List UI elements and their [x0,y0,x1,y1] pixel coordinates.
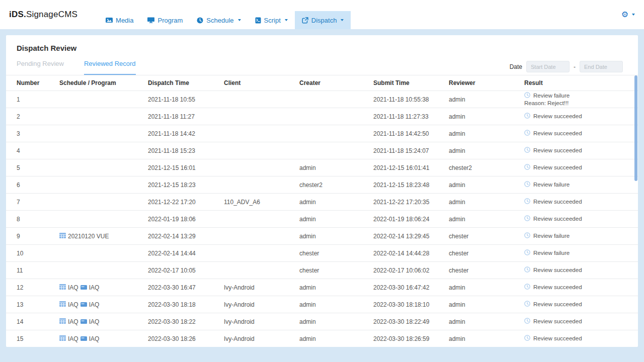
result-text: Review succeeded [533,113,582,120]
column-header-dispatch-time: Dispatch Time [148,75,224,91]
cell-schedule-program: IAQIAQ [59,296,148,313]
cell-reviewer: chester2 [449,159,524,176]
brand-logo: iDS.SignageCMS [9,10,77,20]
cell-number: 4 [6,142,59,159]
nav-item-label: Dispatch [311,17,337,24]
cell-client [224,159,299,176]
date-range-separator: - [574,63,576,70]
program-solid-icon [80,301,87,308]
cell-submit-time: 2022-02-17 10:06:02 [373,262,449,279]
nav-item-media[interactable]: Media [99,11,140,29]
nav-item-label: Script [264,17,281,24]
table-row: 1 2021-11-18 10:55 2021-11-18 10:55:38 a… [6,91,638,108]
cell-reviewer: chester [449,245,524,262]
cell-reviewer: chester [449,228,524,245]
cell-dispatch-time: 2022-03-30 18:26 [148,330,224,347]
calendar-grid-icon [59,284,66,291]
cell-client [224,91,299,108]
table-row: 7 2021-12-22 17:20 110_ADV_A6 admin 2021… [6,194,638,211]
cell-schedule-program [59,211,148,228]
nav-item-program[interactable]: Program [140,11,190,29]
result-text: Review failure [533,182,570,188]
cell-schedule-program [59,194,148,211]
clock-status-icon [524,164,530,171]
cell-reviewer: admin [449,211,524,228]
cell-number: 9 [6,228,59,245]
start-date-input[interactable] [526,61,570,72]
cell-creater [299,108,373,125]
cell-number: 8 [6,211,59,228]
scrollbar-thumb[interactable] [634,75,637,181]
cell-number: 3 [6,125,59,142]
cell-number: 13 [6,296,59,313]
cell-number: 1 [6,91,59,108]
tab-reviewed-record[interactable]: Reviewed Record [84,60,136,75]
cell-dispatch-time: 2021-12-22 17:20 [148,194,224,211]
cell-dispatch-time: 2021-12-15 18:23 [148,176,224,194]
result-text: Review succeeded [533,199,582,205]
cell-reviewer: admin [449,108,524,125]
dispatch-icon [302,17,308,24]
cell-client [224,108,299,125]
cell-submit-time: 2022-03-30 18:22:49 [373,313,449,330]
cell-dispatch-time: 2021-11-18 14:42 [148,125,224,142]
program-name: IAQ [89,301,100,308]
vertical-scrollbar[interactable] [634,75,637,346]
cell-creater: admin [299,313,373,330]
cell-number: 14 [6,313,59,330]
cell-number: 6 [6,176,59,194]
result-text: Review succeeded [533,267,582,274]
cell-result: Review succeeded [524,330,638,347]
program-icon [147,17,154,23]
gear-icon[interactable]: ⚙ [621,11,628,19]
nav-item-schedule[interactable]: Schedule [190,11,248,29]
result-reason: Reason: Reject!!! [524,100,636,107]
end-date-input[interactable] [580,61,623,72]
cell-submit-time: 2021-11-18 10:55:38 [373,91,449,108]
cell-submit-time: 2021-11-18 15:24:07 [373,142,449,159]
cell-schedule-program: IAQIAQ [59,330,148,347]
nav-item-script[interactable]: Script [248,11,295,29]
result-text: Review succeeded [533,318,582,325]
chevron-down-icon [341,19,344,21]
cell-result: Review failure [524,176,638,194]
cell-schedule-program [59,262,148,279]
cell-reviewer: admin [449,142,524,159]
program-name: IAQ [89,284,100,291]
result-text: Review succeeded [533,301,582,308]
cell-reviewer: admin [449,91,524,108]
settings-caret-icon[interactable] [632,14,635,16]
program-name: IAQ [89,335,100,342]
cell-result: Review succeeded [524,262,638,279]
cell-submit-time: 2021-11-18 11:27:33 [373,108,449,125]
schedule-name: IAQ [68,284,78,291]
table-row: 13 IAQIAQ 2022-03-30 18:18 Ivy-Android a… [6,296,638,313]
cell-creater [299,91,373,108]
nav-item-label: Program [157,17,183,24]
table-row: 9 20210120 VUE 2022-02-14 13:29 admin 20… [6,228,638,245]
cell-number: 10 [6,245,59,262]
dispatch-review-card: Dispatch Review Pending ReviewReviewed R… [6,35,638,347]
nav-item-label: Schedule [206,17,233,24]
cell-schedule-program [59,176,148,194]
table-row: 15 IAQIAQ 2022-03-30 18:26 Ivy-Android a… [6,330,638,347]
clock-status-icon [524,215,530,223]
cell-creater: admin [299,159,373,176]
tab-bar: Pending ReviewReviewed Record [17,60,136,75]
cell-result: Review succeeded [524,125,638,142]
nav-item-dispatch[interactable]: Dispatch [295,11,351,29]
calendar-grid-icon [59,318,66,325]
table-row: 12 IAQIAQ 2022-03-30 16:47 Ivy-Android a… [6,279,638,296]
tabs-row: Pending ReviewReviewed Record Date - [17,60,623,75]
cell-result: Review succeeded [524,279,638,296]
result-text: Review succeeded [533,164,582,171]
clock-status-icon [524,266,530,274]
cell-result: Review succeeded [524,313,638,330]
cell-schedule-program [59,159,148,176]
calendar-grid-icon [59,233,66,240]
cell-result: Review succeeded [524,142,638,159]
tab-pending-review[interactable]: Pending Review [17,60,64,75]
table-row: 5 2021-12-15 16:01 admin 2021-12-15 16:0… [6,159,638,176]
cell-reviewer: admin [449,330,524,347]
cell-reviewer: admin [449,125,524,142]
